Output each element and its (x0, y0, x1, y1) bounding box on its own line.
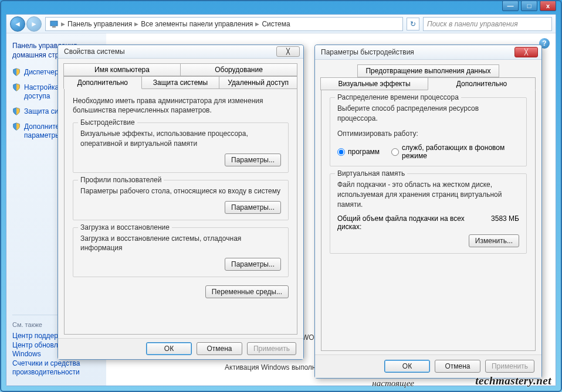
dialog-titlebar[interactable]: Параметры быстродействия ╳ (315, 45, 541, 60)
tab-remote[interactable]: Удаленный доступ (219, 76, 297, 89)
group-desc: Выберите способ распределения ресурсов п… (337, 104, 519, 124)
address-bar: ◄ ► ▶ Панель управления▶ Все элементы па… (6, 15, 556, 33)
dialog-title: Свойства системы (64, 47, 125, 56)
search-input[interactable]: Поиск в панели управления (423, 17, 552, 31)
nav-back-button[interactable]: ◄ (10, 16, 25, 32)
admin-notice: Необходимо иметь права администратора дл… (73, 96, 289, 116)
group-desc: Визуальные эффекты, использование процес… (80, 129, 281, 149)
optimize-label: Оптимизировать работу: (337, 129, 519, 139)
tab-computer-name[interactable]: Имя компьютера (63, 63, 181, 76)
group-performance: Быстродействие Визуальные эффекты, испол… (73, 122, 289, 173)
sidebar-link-label: Счетчики и средства производительности (12, 359, 100, 377)
system-properties-dialog: Свойства системы ╳ Имя компьютера Оборуд… (57, 45, 304, 360)
tab-protection[interactable]: Защита системы (141, 76, 220, 89)
group-legend: Профили пользователей (78, 176, 164, 184)
apply-button[interactable]: Применить (485, 360, 534, 373)
dialog-close-button[interactable]: ╳ (276, 46, 300, 57)
group-legend: Загрузка и восстановление (78, 223, 172, 231)
radio-services-input[interactable] (391, 148, 399, 156)
group-legend: Быстродействие (78, 118, 137, 127)
radio-services[interactable]: служб, работающих в фоновом режиме (391, 144, 519, 160)
tab-advanced[interactable]: Дополнительно (63, 76, 142, 89)
crumb-control-panel[interactable]: Панель управления (67, 20, 132, 28)
dialog-titlebar[interactable]: Свойства системы ╳ (58, 45, 303, 59)
breadcrumb[interactable]: ▶ Панель управления▶ Все элементы панели… (45, 17, 403, 31)
startup-settings-button[interactable]: Параметры... (225, 258, 281, 271)
vm-total-label: Общий объем файла подкачки на всех диска… (337, 214, 472, 231)
sidebar-link-perfcounters[interactable]: Счетчики и средства производительности (12, 359, 100, 377)
tabs: Имя компьютера Оборудование Дополнительн… (64, 63, 297, 89)
radio-label: программ (348, 148, 380, 156)
shield-icon (12, 107, 21, 115)
group-legend: Виртуальная память (335, 169, 407, 178)
crumb-all-items[interactable]: Все элементы панели управления (141, 20, 253, 28)
shield-icon (12, 122, 21, 131)
chevron-right-icon: ▶ (61, 21, 65, 27)
group-desc: Файл подкачки - это область на жестком д… (337, 180, 519, 209)
svg-rect-1 (52, 26, 56, 28)
tab-content: Распределение времени процессора Выберит… (321, 90, 536, 351)
computer-icon (49, 19, 59, 29)
profiles-settings-button[interactable]: Параметры... (225, 201, 281, 214)
tab-dep[interactable]: Предотвращение выполнения данных (357, 64, 499, 77)
tab-content: Необходимо иметь права администратора дл… (64, 88, 297, 335)
refresh-button[interactable]: ↻ (407, 18, 419, 30)
dialog-close-button[interactable]: ╳ (514, 47, 538, 57)
chevron-right-icon: ▶ (134, 21, 138, 27)
close-button[interactable]: x (540, 1, 556, 11)
group-profiles: Профили пользователей Параметры рабочего… (73, 180, 289, 220)
crumb-system[interactable]: Система (262, 20, 290, 28)
tab-visual-effects[interactable]: Визуальные эффекты (320, 77, 428, 90)
nav-forward-button[interactable]: ► (26, 16, 42, 32)
dialog-title: Параметры быстродействия (321, 48, 414, 56)
group-scheduling: Распределение времени процессора Выберит… (330, 97, 527, 166)
vm-change-button[interactable]: Изменить... (469, 234, 519, 247)
search-placeholder: Поиск в панели управления (427, 20, 518, 28)
cancel-button[interactable]: Отмена (197, 342, 242, 355)
radio-programs[interactable]: программ (337, 148, 380, 156)
dialog-footer: ОК Отмена Применить (58, 338, 303, 359)
clock-overlay: настоящее (372, 379, 414, 388)
cancel-button[interactable]: Отмена (435, 360, 480, 373)
group-desc: Параметры рабочего стола, относящиеся ко… (80, 186, 281, 196)
apply-button[interactable]: Применить (247, 342, 296, 355)
env-vars-button[interactable]: Переменные среды... (205, 285, 289, 298)
chevron-right-icon: ▶ (255, 21, 259, 27)
group-startup: Загрузка и восстановление Загрузка и вос… (73, 227, 289, 278)
group-virtual-memory: Виртуальная память Файл подкачки - это о… (330, 173, 527, 253)
svg-rect-0 (50, 21, 57, 26)
performance-settings-button[interactable]: Параметры... (225, 154, 281, 166)
group-desc: Загрузка и восстановление системы, отлад… (80, 234, 281, 254)
performance-options-dialog: Параметры быстродействия ╳ Предотвращени… (314, 45, 542, 379)
minimize-button[interactable]: — (502, 1, 519, 11)
ok-button[interactable]: ОК (384, 360, 430, 373)
watermark: techmastery.net (475, 374, 551, 387)
radio-programs-input[interactable] (337, 148, 345, 156)
tab-advanced[interactable]: Дополнительно (428, 77, 536, 90)
ok-button[interactable]: ОК (146, 342, 192, 355)
shield-icon (12, 68, 21, 76)
tabs: Предотвращение выполнения данных Визуаль… (321, 64, 536, 90)
group-legend: Распределение времени процессора (335, 93, 461, 101)
radio-label: служб, работающих в фоновом режиме (402, 144, 519, 160)
tab-hardware[interactable]: Оборудование (180, 63, 297, 76)
shield-icon (12, 83, 21, 91)
maximize-button[interactable]: □ (521, 1, 537, 11)
vm-total-value: 3583 МБ (491, 214, 519, 231)
window-titlebar: — □ x (1, 1, 561, 9)
